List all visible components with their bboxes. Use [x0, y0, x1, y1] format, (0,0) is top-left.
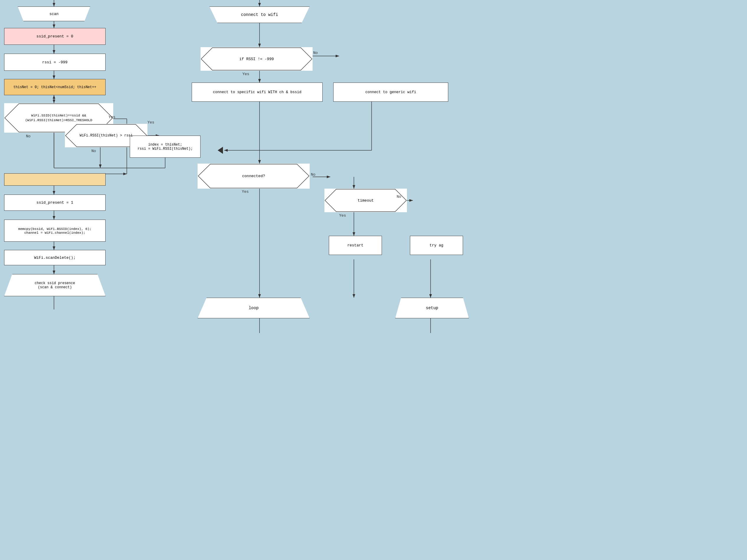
connected-text: connected? [236, 174, 271, 178]
setup-box: setup [395, 298, 469, 318]
wifi-ssid-text: WiFi.SSID(thisNet)==ssid &&(WiFi.RSSI(th… [19, 113, 98, 123]
loop-box: loop [198, 298, 310, 318]
connect-specific-box: connect to specific wifi WITH ch & bssid [192, 82, 323, 102]
scan-label: scan [49, 12, 58, 16]
setup-label: setup [426, 305, 438, 310]
scan-delete-label: WiFi.scanDelete(); [34, 256, 76, 260]
ssid-present-1-label: ssid_present = 1 [36, 201, 73, 205]
try-again-label: try ag [430, 243, 443, 247]
wifi-rssi-text: WiFi.RSSI(thisNet) > rssi [74, 134, 138, 138]
if-rssi-yes-label: Yes [242, 72, 249, 76]
connected-yes-label: Yes [242, 189, 249, 194]
for-loop-label: thisNet = 0; thisNet<numSsid; thisNet++ [14, 85, 97, 89]
restart-box: restart [329, 236, 382, 255]
scan-box: scan [18, 6, 90, 21]
if-rssi-text: if RSSI != -999 [233, 57, 280, 61]
loop-end-orange [4, 173, 106, 186]
timeout-yes-label: Yes [339, 213, 346, 218]
memcpy-label: memcpy(bssid, WiFi.BSSID(index), 6); cha… [18, 227, 92, 235]
timeout-text: timeout [352, 198, 380, 203]
left-arrow-marker [217, 147, 223, 154]
timeout-decision: timeout [325, 189, 407, 212]
rssi-label: rssi = -999 [42, 60, 68, 64]
connected-decision: connected? [198, 164, 310, 189]
wifi-ssid-no-label: No [26, 134, 31, 138]
check-ssid-box: check ssid presence (scan & connect) [4, 274, 106, 296]
if-rssi-no-label: No [313, 51, 318, 55]
scan-delete-box: WiFi.scanDelete(); [4, 250, 106, 265]
check-ssid-label: check ssid presence (scan & connect) [35, 281, 75, 289]
wifi-rssi-no-label: No [92, 149, 96, 153]
ssid-present-0-box: ssid_present = 0 [4, 28, 106, 45]
index-rssi-label: index = thisNet; rssi = WiFi.RSSI(thisNe… [137, 143, 192, 151]
connect-specific-label: connect to specific wifi WITH ch & bssid [213, 90, 301, 94]
connect-to-wifi-box: connect to wifi [209, 6, 310, 23]
connect-generic-box: connect to generic wifi [333, 82, 448, 102]
connect-generic-label: connect to generic wifi [365, 90, 416, 94]
flowchart: scan ssid_present = 0 rssi = -999 thisNe… [0, 0, 747, 560]
wifi-rssi-yes-label: Yes [148, 120, 154, 125]
ssid-present-0-label: ssid_present = 0 [36, 34, 73, 38]
ssid-present-1-box: ssid_present = 1 [4, 194, 106, 211]
for-loop-box: thisNet = 0; thisNet<numSsid; thisNet++ [4, 79, 106, 95]
rssi-box: rssi = -999 [4, 54, 106, 71]
restart-label: restart [347, 243, 364, 247]
try-again-box: try ag [410, 236, 463, 255]
connected-no-label: No [311, 172, 315, 177]
timeout-no-label: No [397, 194, 402, 199]
connect-to-wifi-label: connect to wifi [241, 12, 278, 17]
index-rssi-box: index = thisNet; rssi = WiFi.RSSI(thisNe… [130, 136, 201, 158]
loop-label: loop [249, 305, 259, 310]
wifi-ssid-yes-label: Yes [108, 115, 115, 119]
if-rssi-decision: if RSSI != -999 [201, 47, 313, 71]
memcpy-box: memcpy(bssid, WiFi.BSSID(index), 6); cha… [4, 220, 106, 242]
